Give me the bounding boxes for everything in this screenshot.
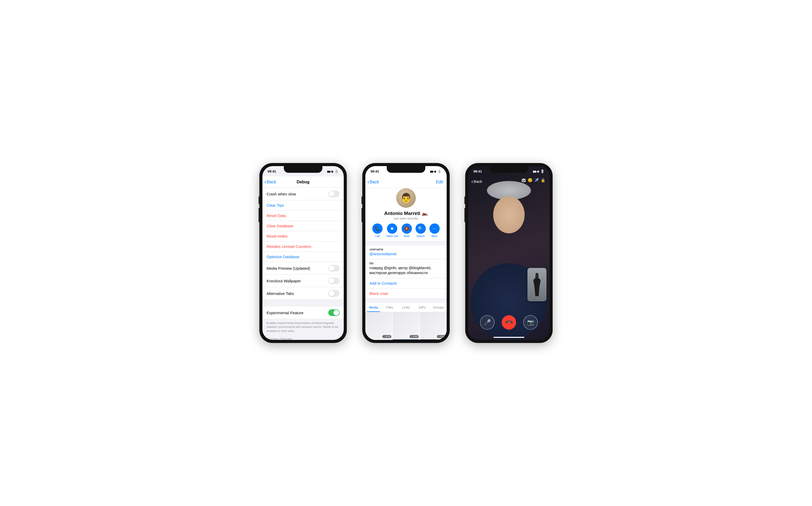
tab-groups[interactable]: Groups xyxy=(430,303,447,312)
media-duration: ↓ 0:31 xyxy=(437,335,446,338)
status-time: 09:41 xyxy=(473,169,482,173)
wifi-icon xyxy=(434,169,436,173)
flip-camera-button[interactable]: 📷 xyxy=(523,315,538,330)
row-label: Media Preview (Updated) xyxy=(267,266,310,270)
back-button[interactable]: ‹ Back xyxy=(265,179,276,185)
media-item[interactable]: ↓ 0:10 xyxy=(365,312,392,339)
status-indicators xyxy=(430,169,442,173)
edit-button[interactable]: Edit xyxy=(436,180,445,184)
section-gap xyxy=(263,300,344,307)
mute-button[interactable]: 🔕 Mute xyxy=(401,224,412,238)
more-button[interactable]: ⋯ More xyxy=(429,224,440,238)
toggle-crash[interactable] xyxy=(328,190,340,197)
tab-links[interactable]: Links xyxy=(398,303,414,312)
avatar[interactable]: 👨 xyxy=(396,188,416,208)
row-label: Alternative Tabs xyxy=(267,291,294,296)
media-item[interactable] xyxy=(420,339,447,340)
search-button[interactable]: 🔍 Search xyxy=(416,224,426,238)
profile-name: Antonio Marreti 🏍️ xyxy=(365,210,447,216)
status-indicators xyxy=(533,169,544,173)
nav-bar: ‹ Back Debug xyxy=(263,176,344,188)
phone-mockup-profile: 09:41 ‹ Back Edit 👨 Antonio Marreti 🏍️ l… xyxy=(362,163,450,343)
row-reset-data[interactable]: Reset Data xyxy=(263,210,344,221)
status-time: 09:41 xyxy=(370,169,379,173)
nav-title: Debug xyxy=(297,180,309,184)
nav-bar: ‹ Back Edit xyxy=(365,176,447,188)
back-button[interactable]: ‹ Back xyxy=(471,178,482,184)
row-label: Clear Tips xyxy=(267,203,284,207)
row-optimize-database[interactable]: Optimize Database xyxy=(263,252,344,262)
home-indicator[interactable] xyxy=(494,337,524,338)
battery-icon xyxy=(437,169,442,173)
row-clear-database[interactable]: Clear Database xyxy=(263,221,344,231)
bio-row: bio главред @tginfo, автор @blogMarreti,… xyxy=(365,259,447,278)
media-grid: ↓ 0:10 ↓ 0:20 ↓ 0:31 xyxy=(365,312,447,340)
row-crash-when-slow[interactable]: Crash when slow xyxy=(263,188,344,200)
profile-status: last seen recently xyxy=(365,217,447,220)
more-icon: ⋯ xyxy=(429,224,440,234)
row-label: Optimize Database xyxy=(267,255,299,259)
bundle-id: ph.telegra.Telegraph xyxy=(267,337,340,340)
call-label: Call xyxy=(375,235,380,238)
row-alternative-tabs[interactable]: Alternative Tabs xyxy=(263,287,344,300)
media-item[interactable] xyxy=(393,339,419,340)
media-item[interactable]: ↓ 0:20 xyxy=(393,312,419,339)
toggle-knockout[interactable] xyxy=(328,277,340,284)
tab-files[interactable]: Files xyxy=(382,303,398,312)
row-label: Reindex Unread Counters xyxy=(267,244,311,249)
row-media-preview[interactable]: Media Preview (Updated) xyxy=(263,262,344,275)
screen-video-call: 09:41 ‹ Back 🐼 😊 ✈️ 🔒 🎤 xyxy=(468,166,549,340)
signal-icon xyxy=(533,169,536,173)
lock-icon: 🔒 xyxy=(540,178,545,182)
phone-mockup-call: 09:41 ‹ Back 🐼 😊 ✈️ 🔒 🎤 xyxy=(465,163,552,343)
toggle-media-preview[interactable] xyxy=(328,265,340,271)
row-reindex-unread[interactable]: Reindex Unread Counters xyxy=(263,241,344,252)
username-row[interactable]: username @AntonioMarreti xyxy=(365,246,447,259)
mute-icon: 🔕 xyxy=(401,224,412,234)
mute-mic-button[interactable]: 🎤 xyxy=(480,315,495,330)
emoji-key-icon: 😊 xyxy=(528,178,533,182)
media-item[interactable] xyxy=(365,339,392,340)
notch xyxy=(387,166,425,173)
name-text: Antonio Marreti xyxy=(384,210,420,216)
media-item[interactable]: ↓ 0:31 xyxy=(420,312,447,339)
video-call-button[interactable]: ■ Video Call xyxy=(386,224,398,238)
wifi-icon xyxy=(537,169,539,173)
back-label: Back xyxy=(267,180,276,184)
call-button[interactable]: 📞 Call xyxy=(372,224,383,238)
mute-label: Mute xyxy=(404,235,410,238)
phone-mockup-debug: 09:41 ‹ Back Debug Crash when slow Clear… xyxy=(260,163,347,343)
action-row: 📞 Call ■ Video Call 🔕 Mute 🔍 Search ⋯ xyxy=(365,224,447,238)
camera-flip-icon: 📷 xyxy=(527,319,534,326)
end-call-button[interactable]: 📞 xyxy=(502,315,516,330)
search-label: Search xyxy=(417,235,425,238)
add-to-contacts-button[interactable]: Add to Contacts xyxy=(365,278,447,288)
row-clear-tips[interactable]: Clear Tips xyxy=(263,200,344,210)
row-experimental-feature[interactable]: Experimental Feature xyxy=(263,307,344,319)
toggle-experimental[interactable] xyxy=(328,309,340,316)
media-duration: ↓ 0:20 xyxy=(410,335,419,338)
block-user-button[interactable]: Block User xyxy=(365,288,447,299)
back-label: Back xyxy=(474,179,482,184)
username-value: @AntonioMarreti xyxy=(369,252,443,257)
row-knockout-wallpaper[interactable]: Knockout Wallpaper xyxy=(263,275,344,287)
tab-media[interactable]: Media xyxy=(365,303,382,312)
notch xyxy=(284,166,322,173)
tab-gifs[interactable]: GIFs xyxy=(414,303,430,312)
call-controls: 🎤 📞 📷 xyxy=(468,315,549,330)
signal-icon xyxy=(430,169,433,173)
wifi-icon xyxy=(331,169,334,173)
remote-video[interactable] xyxy=(468,166,549,340)
screen-debug: 09:41 ‹ Back Debug Crash when slow Clear… xyxy=(263,166,344,340)
emoji-key-icon: ✈️ xyxy=(534,178,539,182)
back-button[interactable]: ‹ Back xyxy=(367,179,379,185)
experimental-description: Enables experimental transmission of ele… xyxy=(263,319,344,335)
toggle-alt-tabs[interactable] xyxy=(328,290,340,297)
media-tabs: Media Files Links GIFs Groups xyxy=(365,303,447,312)
row-reset-holes[interactable]: Reset Holes xyxy=(263,231,344,241)
signal-icon xyxy=(327,169,330,173)
remote-person xyxy=(468,166,549,340)
local-video-pip[interactable] xyxy=(527,268,546,301)
row-label: Experimental Feature xyxy=(267,311,303,315)
battery-icon xyxy=(540,169,544,173)
